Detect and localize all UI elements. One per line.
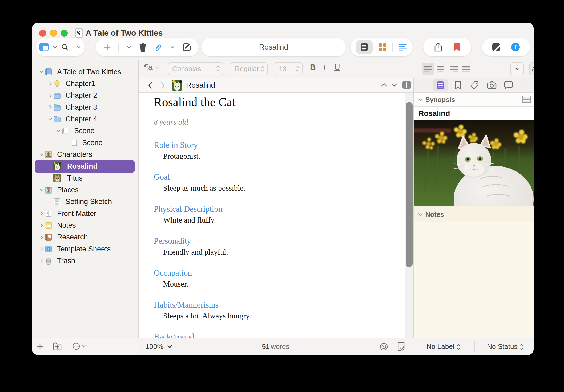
tab-metadata[interactable] [467, 79, 482, 91]
binder-item-chapter-3[interactable]: Chapter 3 [32, 101, 138, 113]
folder-icon [53, 92, 61, 99]
layout-chevron-down-icon[interactable] [52, 38, 58, 56]
target-icon[interactable] [379, 342, 388, 352]
places-icon [45, 186, 52, 194]
synopsis-image[interactable] [414, 120, 534, 206]
trash-button[interactable] [139, 38, 147, 56]
editor-scrollbar-track[interactable] [405, 93, 413, 338]
add-chevron-down-icon[interactable] [126, 38, 132, 56]
style-menu[interactable]: ¶a [144, 63, 159, 72]
binder-item-chapter-2[interactable]: Chapter 2 [32, 90, 138, 101]
binder-item-scene[interactable]: Scene [32, 125, 138, 137]
binder-item-a-tale-of-two-kitties[interactable]: A Tale of Two Kitties [32, 66, 138, 78]
status-select[interactable]: No Status [477, 342, 534, 351]
synopsis-label: Synopsis [425, 96, 455, 104]
close-button[interactable] [39, 30, 46, 37]
binder-item-front-matter[interactable]: Front Matter [32, 208, 138, 219]
binder-item-places[interactable]: Places [32, 184, 138, 196]
previous-document-button[interactable] [381, 82, 388, 89]
disclosure-closed-icon[interactable] [39, 211, 45, 217]
disclosure-open-icon[interactable] [55, 128, 61, 134]
binder-item-setting-sketch[interactable]: Setting Sketch [32, 196, 138, 208]
disclosure-closed-icon[interactable] [39, 223, 45, 228]
quick-search-field[interactable]: Rosalind [201, 38, 346, 56]
notes-body[interactable] [414, 222, 534, 338]
disclosure-open-icon[interactable] [39, 69, 45, 75]
highlight-color-button[interactable]: a [529, 62, 534, 75]
add-folder-button[interactable] [53, 342, 62, 351]
text-color-well[interactable] [510, 62, 524, 75]
binder-item-titus[interactable]: Titus [32, 172, 138, 184]
tab-snapshots[interactable] [484, 79, 499, 91]
binder-item-notes[interactable]: Notes [32, 220, 138, 231]
disclosure-open-icon[interactable] [39, 187, 45, 193]
bold-button[interactable]: B [310, 63, 316, 72]
italic-button[interactable]: I [323, 63, 326, 72]
synopsis-chevron-icon[interactable] [417, 97, 423, 104]
zoom-button[interactable] [61, 30, 68, 37]
underline-button[interactable]: U [334, 63, 340, 72]
synopsis-header[interactable]: Synopsis [414, 93, 534, 107]
back-button[interactable] [147, 81, 153, 90]
document-view-button[interactable] [356, 40, 373, 54]
align-left-button[interactable] [422, 63, 434, 75]
align-right-button[interactable] [448, 63, 460, 75]
disclosure-open-icon[interactable] [47, 116, 53, 122]
mark-done-icon[interactable] [397, 342, 405, 353]
corkboard-view-button[interactable] [378, 38, 387, 56]
disclosure-open-icon[interactable] [39, 152, 45, 157]
inspector-info-button[interactable]: i [511, 38, 520, 56]
add-item-button[interactable] [103, 38, 111, 56]
label-select[interactable]: No Label [413, 342, 474, 351]
forward-button[interactable] [160, 81, 166, 90]
doc-title: Rosalind the Cat [154, 95, 388, 110]
bookmark-button[interactable] [453, 38, 460, 56]
font-size-select[interactable]: 13 [275, 62, 303, 75]
align-justify-button[interactable] [460, 63, 472, 75]
binder-item-rosalind[interactable]: Rosalind [32, 161, 138, 172]
compose-button[interactable] [182, 38, 191, 56]
disclosure-closed-icon[interactable] [39, 246, 45, 252]
notes-header[interactable]: Notes [414, 206, 534, 222]
disclosure-closed-icon[interactable] [47, 93, 53, 99]
composition-mode-button[interactable] [492, 38, 501, 56]
attach-chevron-down-icon[interactable] [170, 38, 175, 56]
binder-item-characters[interactable]: Characters [32, 149, 138, 160]
editor-scrollbar-thumb[interactable] [406, 102, 413, 267]
binder-item-template-sheets[interactable]: TTemplate Sheets [32, 243, 138, 255]
synopsis-title-row[interactable]: Rosalind [414, 107, 534, 120]
binder-item-trash[interactable]: Trash [32, 255, 138, 267]
binder-item-research[interactable]: Research [32, 231, 138, 243]
binder-item-chapter-4[interactable]: Chapter 4 [32, 113, 138, 125]
binder-item-scene[interactable]: Scene [32, 137, 138, 149]
disclosure-closed-icon[interactable] [39, 234, 45, 240]
disclosure-closed-icon[interactable] [47, 104, 53, 110]
synopsis-card-view-icon[interactable] [522, 96, 531, 104]
layout-view-button[interactable] [39, 38, 49, 56]
section-body: White and fluffy. [154, 215, 388, 225]
share-button[interactable] [434, 38, 442, 56]
tab-notes[interactable] [433, 79, 448, 91]
minimize-button[interactable] [50, 30, 57, 37]
disclosure-closed-icon[interactable] [47, 81, 53, 87]
tab-comments[interactable] [501, 79, 516, 91]
disclosure-closed-icon[interactable] [39, 258, 45, 264]
split-editor-button[interactable] [402, 81, 411, 90]
font-family-select[interactable]: Consolas [168, 62, 223, 75]
search-chevron-down-icon[interactable] [76, 38, 82, 56]
binder-item-chapter1[interactable]: Chapter1 [32, 78, 138, 89]
tab-bookmarks[interactable] [450, 79, 465, 91]
attach-paperclip-button[interactable] [154, 38, 162, 56]
binder-footer [32, 338, 138, 355]
font-variant-select[interactable]: Regular [231, 62, 268, 75]
next-document-button[interactable] [391, 82, 398, 89]
format-bar: ¶a Consolas Regular 13 B I U a 1.5 [138, 60, 534, 79]
add-document-button[interactable] [37, 343, 43, 351]
editor-content[interactable]: Rosalind the Cat 8 years old Role in Sto… [139, 93, 413, 338]
notes-chevron-icon[interactable] [417, 212, 423, 219]
align-center-button[interactable] [434, 63, 446, 75]
binder-actions-button[interactable] [72, 342, 87, 351]
search-icon[interactable] [61, 38, 69, 56]
book-blue-icon [45, 68, 52, 76]
outline-view-button[interactable] [398, 38, 407, 56]
